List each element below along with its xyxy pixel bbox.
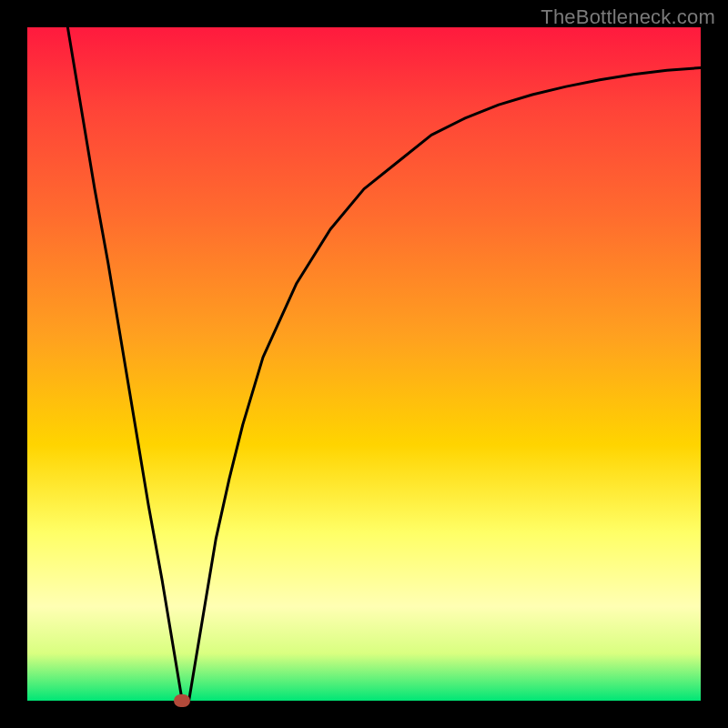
chart-frame: TheBottleneck.com bbox=[0, 0, 728, 728]
curve-svg bbox=[27, 27, 701, 701]
min-marker bbox=[174, 694, 190, 707]
plot-area bbox=[27, 27, 701, 701]
watermark-text: TheBottleneck.com bbox=[541, 5, 715, 29]
bottleneck-curve bbox=[67, 27, 701, 701]
